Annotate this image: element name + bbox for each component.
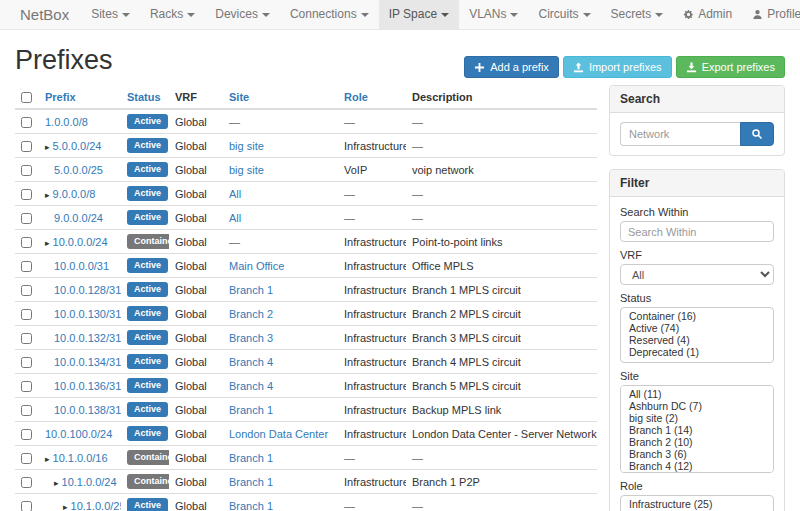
row-checkbox[interactable]	[21, 477, 32, 488]
listbox-option[interactable]: All (11)	[621, 388, 773, 400]
row-checkbox[interactable]	[21, 357, 32, 368]
prefix-link[interactable]: 5.0.0.0/24	[53, 140, 102, 152]
vrf-cell: Global	[169, 134, 223, 158]
prefix-link[interactable]: 10.0.0.132/31	[54, 332, 121, 344]
row-checkbox[interactable]	[21, 333, 32, 344]
gear-icon	[683, 9, 694, 20]
row-checkbox[interactable]	[21, 261, 32, 272]
prefix-link[interactable]: 10.0.0.134/31	[54, 356, 121, 368]
site-link[interactable]: Branch 1	[229, 452, 273, 464]
prefix-link[interactable]: 10.0.0.0/24	[53, 236, 108, 248]
site-link[interactable]: Branch 1	[229, 404, 273, 416]
prefix-link[interactable]: 1.0.0.0/8	[45, 116, 88, 128]
column-header-status[interactable]: Status	[121, 85, 169, 109]
role-listbox[interactable]: Infrastructure (25)Management (8)Private…	[620, 495, 774, 511]
site-link[interactable]: Branch 3	[229, 332, 273, 344]
listbox-option[interactable]: Deprecated (1)	[621, 346, 773, 358]
site-link[interactable]: Branch 1	[229, 500, 273, 511]
listbox-option[interactable]: Reserved (4)	[621, 334, 773, 346]
row-checkbox[interactable]	[21, 285, 32, 296]
row-checkbox[interactable]	[21, 141, 32, 152]
listbox-option[interactable]: Active (74)	[621, 322, 773, 334]
prefix-link[interactable]: 10.0.0.138/31	[54, 404, 121, 416]
vrf-value: Global	[175, 140, 207, 152]
expand-arrow-icon[interactable]: ▸	[45, 142, 50, 152]
site-link[interactable]: big site	[229, 164, 264, 176]
site-listbox[interactable]: All (11)Ashburn DC (7)big site (2)Branch…	[620, 385, 774, 473]
row-checkbox[interactable]	[21, 405, 32, 416]
site-link[interactable]: Branch 4	[229, 380, 273, 392]
expand-arrow-icon[interactable]: ▸	[54, 478, 59, 488]
nav-item-racks[interactable]: Racks	[140, 0, 205, 29]
listbox-option[interactable]: Branch 1 (14)	[621, 424, 773, 436]
row-checkbox[interactable]	[21, 189, 32, 200]
prefix-link[interactable]: 10.0.0.0/31	[54, 260, 109, 272]
row-checkbox[interactable]	[21, 501, 32, 511]
import-prefixes-button[interactable]: Import prefixes	[563, 56, 672, 78]
listbox-option[interactable]: Container (16)	[621, 310, 773, 322]
prefix-link[interactable]: 10.1.0.0/24	[62, 476, 117, 488]
nav-item-devices[interactable]: Devices	[205, 0, 280, 29]
prefix-link[interactable]: 10.0.0.130/31	[54, 308, 121, 320]
prefix-link[interactable]: 5.0.0.0/25	[54, 164, 103, 176]
column-header-prefix[interactable]: Prefix	[39, 85, 121, 109]
search-button[interactable]	[740, 122, 774, 146]
prefix-link[interactable]: 10.1.0.0/16	[53, 452, 108, 464]
nav-item-connections[interactable]: Connections	[280, 0, 379, 29]
row-checkbox[interactable]	[21, 309, 32, 320]
expand-arrow-icon[interactable]: ▸	[45, 190, 50, 200]
vrf-cell: Global	[169, 446, 223, 470]
nav-admin[interactable]: Admin	[673, 0, 742, 29]
column-header-role[interactable]: Role	[338, 85, 406, 109]
nav-item-vlans[interactable]: VLANs	[459, 0, 528, 29]
prefix-link[interactable]: 10.0.0.136/31	[54, 380, 121, 392]
row-checkbox[interactable]	[21, 165, 32, 176]
status-listbox[interactable]: Container (16)Active (74)Reserved (4)Dep…	[620, 307, 774, 363]
site-link[interactable]: big site	[229, 140, 264, 152]
row-checkbox[interactable]	[21, 117, 32, 128]
listbox-option[interactable]: Branch 4 (12)	[621, 460, 773, 472]
nav-item-secrets[interactable]: Secrets	[601, 0, 674, 29]
site-link[interactable]: London Data Center	[229, 428, 328, 440]
row-checkbox[interactable]	[21, 237, 32, 248]
nav-item-circuits[interactable]: Circuits	[528, 0, 600, 29]
vrf-select[interactable]: All	[620, 264, 774, 285]
site-link[interactable]: Main Office	[229, 260, 284, 272]
site-link[interactable]: All	[229, 212, 241, 224]
expand-arrow-icon[interactable]: ▸	[45, 238, 50, 248]
site-link[interactable]: Branch 2	[229, 308, 273, 320]
nav-item-sites[interactable]: Sites	[81, 0, 140, 29]
prefix-link[interactable]: 10.0.0.128/31	[54, 284, 121, 296]
listbox-option[interactable]: Infrastructure (25)	[621, 498, 773, 510]
listbox-option[interactable]: Branch 5 (7)	[621, 472, 773, 473]
export-prefixes-button[interactable]: Export prefixes	[676, 56, 785, 78]
search-input[interactable]	[620, 122, 740, 146]
add-a-prefix-button[interactable]: Add a prefix	[464, 56, 559, 78]
site-link[interactable]: Branch 1	[229, 476, 273, 488]
row-checkbox[interactable]	[21, 429, 32, 440]
prefix-link[interactable]: 9.0.0.0/24	[54, 212, 103, 224]
prefix-link[interactable]: 10.1.0.0/25	[71, 500, 121, 511]
vrf-cell: Global	[169, 278, 223, 302]
description-value: —	[412, 212, 423, 224]
site-link[interactable]: All	[229, 188, 241, 200]
nav-profile[interactable]: Profile	[742, 0, 800, 29]
prefix-link[interactable]: 10.0.100.0/24	[45, 428, 112, 440]
listbox-option[interactable]: Branch 2 (10)	[621, 436, 773, 448]
row-checkbox[interactable]	[21, 453, 32, 464]
column-header-site[interactable]: Site	[223, 85, 338, 109]
listbox-option[interactable]: Branch 3 (6)	[621, 448, 773, 460]
expand-arrow-icon[interactable]: ▸	[45, 454, 50, 464]
brand[interactable]: NetBox	[8, 0, 81, 29]
nav-item-ip-space[interactable]: IP Space	[379, 0, 459, 29]
select-all-checkbox[interactable]	[21, 92, 32, 103]
site-link[interactable]: Branch 4	[229, 356, 273, 368]
site-link[interactable]: Branch 1	[229, 284, 273, 296]
search-within-input[interactable]	[620, 221, 774, 242]
listbox-option[interactable]: big site (2)	[621, 412, 773, 424]
prefix-link[interactable]: 9.0.0.0/8	[53, 188, 96, 200]
row-checkbox[interactable]	[21, 381, 32, 392]
listbox-option[interactable]: Ashburn DC (7)	[621, 400, 773, 412]
row-checkbox[interactable]	[21, 213, 32, 224]
expand-arrow-icon[interactable]: ▸	[63, 502, 68, 511]
